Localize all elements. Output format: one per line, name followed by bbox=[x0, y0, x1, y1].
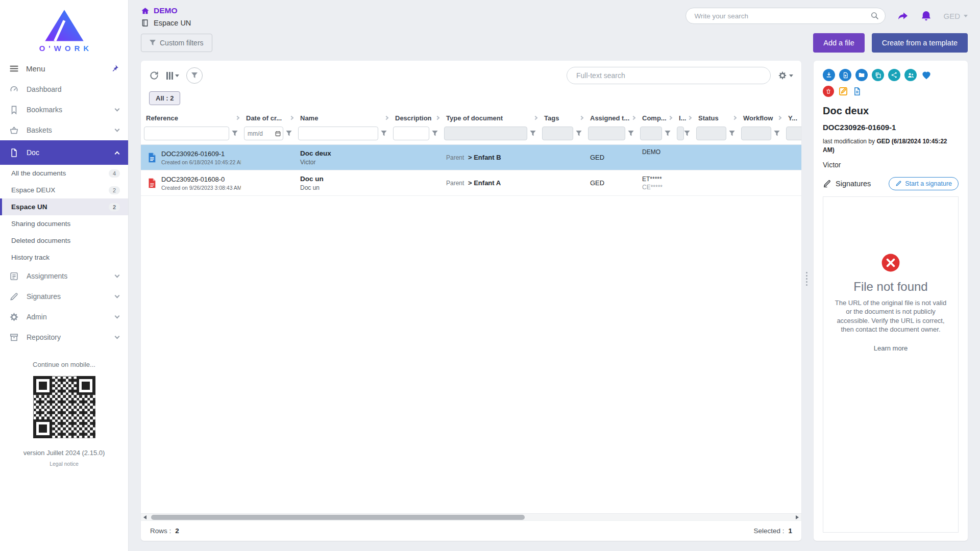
permissions-users-button[interactable] bbox=[904, 69, 917, 81]
table-row[interactable]: DOC230926-01609-1 Created on 6/18/2024 1… bbox=[141, 145, 801, 170]
modification-prefix: last modification by bbox=[823, 138, 875, 145]
fulltext-search bbox=[567, 67, 771, 84]
fulltext-search-input[interactable] bbox=[567, 67, 771, 84]
column-header-date[interactable]: Date of cr... bbox=[241, 110, 295, 125]
scroll-left-arrow[interactable] bbox=[141, 515, 149, 519]
search-icon[interactable] bbox=[870, 11, 879, 22]
tab-all-documents[interactable]: All : 2 bbox=[149, 91, 180, 105]
filter-funnel-icon[interactable] bbox=[684, 131, 690, 137]
mobile-hint-text: Continue on mobile... bbox=[0, 361, 128, 368]
filter-funnel-icon[interactable] bbox=[432, 131, 438, 137]
sidebar-item-bookmarks[interactable]: Bookmarks bbox=[0, 99, 128, 120]
filter-funnel-icon[interactable] bbox=[628, 131, 634, 137]
sidebar-item-signatures[interactable]: Signatures bbox=[0, 286, 128, 307]
column-header-description[interactable]: Description bbox=[390, 110, 441, 125]
file-details-button[interactable] bbox=[852, 87, 862, 96]
column-header-name[interactable]: Name bbox=[295, 110, 390, 125]
app-logo[interactable]: O'WORK bbox=[0, 0, 128, 58]
column-header-assigned[interactable]: Assigned t... bbox=[585, 110, 637, 125]
table-row[interactable]: DOC230926-01608-0 Created on 9/26/2023 3… bbox=[141, 170, 801, 196]
open-folder-button[interactable] bbox=[855, 69, 868, 81]
columns-selector-button[interactable] bbox=[166, 71, 179, 80]
edit-button[interactable] bbox=[838, 86, 848, 96]
new-version-button[interactable] bbox=[839, 69, 851, 81]
filter-funnel-icon[interactable] bbox=[729, 131, 735, 137]
column-header-i[interactable]: I... bbox=[674, 110, 693, 125]
filter-reference-input[interactable] bbox=[144, 127, 229, 140]
filter-funnel-icon[interactable] bbox=[576, 131, 582, 137]
filter-funnel-icon[interactable] bbox=[665, 131, 671, 137]
chevron-right-icon bbox=[235, 116, 239, 120]
copy-button[interactable] bbox=[872, 69, 884, 81]
selected-count: 1 bbox=[788, 527, 792, 535]
breadcrumb: DEMO Espace UN bbox=[141, 6, 191, 27]
create-from-template-button[interactable]: Create from a template bbox=[872, 33, 968, 53]
pdf-file-icon bbox=[146, 178, 157, 189]
calendar-icon[interactable] bbox=[275, 130, 281, 139]
column-header-tags[interactable]: Tags bbox=[539, 110, 585, 125]
logo-mountain-icon bbox=[42, 7, 87, 43]
column-header-status[interactable]: Status bbox=[693, 110, 738, 125]
filter-funnel-icon[interactable] bbox=[381, 131, 387, 137]
sidebar-item-doc[interactable]: Doc bbox=[0, 140, 128, 165]
document-name: Doc deux bbox=[300, 149, 386, 157]
filter-funnel-icon[interactable] bbox=[286, 131, 292, 137]
sidebar-item-baskets[interactable]: Baskets bbox=[0, 120, 128, 140]
column-header-workflow[interactable]: Workflow bbox=[738, 110, 783, 125]
doc-type-child: > Enfant B bbox=[468, 154, 501, 161]
rows-count: 2 bbox=[175, 527, 179, 535]
document-author: Victor bbox=[300, 159, 386, 166]
sidebar-item-repository[interactable]: Repository bbox=[0, 327, 128, 347]
column-header-y[interactable]: Y... bbox=[783, 110, 801, 125]
filter-description-input[interactable] bbox=[393, 127, 429, 140]
custom-filters-button[interactable]: Custom filters bbox=[141, 34, 212, 52]
add-file-button[interactable]: Add a file bbox=[813, 33, 864, 53]
bell-icon[interactable] bbox=[920, 10, 932, 22]
refresh-button[interactable] bbox=[149, 70, 159, 81]
space-crumb[interactable]: Espace UN bbox=[141, 19, 191, 27]
filter-funnel-icon[interactable] bbox=[774, 131, 780, 137]
pin-sidebar-icon[interactable] bbox=[111, 64, 119, 72]
sidebar-item-espace-un[interactable]: Espace UN 2 bbox=[0, 198, 128, 215]
sidebar-item-sharing-documents[interactable]: Sharing documents bbox=[0, 215, 128, 232]
sidebar-item-label: Baskets bbox=[27, 126, 108, 134]
app-version: version Juillet 2024 (2.15.0) bbox=[0, 449, 128, 457]
user-menu[interactable]: GED bbox=[943, 12, 968, 20]
filter-name-input[interactable] bbox=[298, 127, 378, 140]
chevron-down-icon bbox=[115, 334, 120, 339]
learn-more-link[interactable]: Learn more bbox=[874, 344, 908, 352]
horizontal-scrollbar[interactable] bbox=[141, 513, 801, 520]
share-forward-icon[interactable] bbox=[897, 10, 909, 22]
table-footer: Rows :2 Selected :1 bbox=[141, 520, 801, 541]
filter-funnel-icon[interactable] bbox=[232, 131, 238, 137]
start-signature-button[interactable]: Start a signature bbox=[889, 177, 959, 190]
sidebar-item-admin[interactable]: Admin bbox=[0, 307, 128, 327]
scrollbar-thumb[interactable] bbox=[151, 515, 525, 520]
scroll-right-arrow[interactable] bbox=[793, 515, 801, 519]
favorite-heart-button[interactable] bbox=[921, 69, 932, 81]
column-header-type[interactable]: Type of document bbox=[441, 110, 539, 125]
journal-icon bbox=[141, 19, 149, 27]
column-header-company[interactable]: Comp... bbox=[637, 110, 674, 125]
sidebar-item-deleted-documents[interactable]: Deleted documents bbox=[0, 232, 128, 249]
sidebar-item-all-documents[interactable]: All the documents 4 bbox=[0, 165, 128, 182]
global-search-input[interactable] bbox=[685, 8, 886, 24]
company-code: CE***** bbox=[642, 184, 670, 191]
sidebar-item-dashboard[interactable]: Dashboard bbox=[0, 79, 128, 99]
scrollbar-track[interactable] bbox=[149, 514, 793, 520]
column-header-reference[interactable]: Reference bbox=[141, 110, 241, 125]
panel-resize-handle[interactable] bbox=[806, 272, 807, 286]
table-settings-button[interactable] bbox=[778, 71, 793, 80]
sidebar-item-history-track[interactable]: History track bbox=[0, 249, 128, 266]
legal-notice-link[interactable]: Legal notice bbox=[0, 461, 128, 467]
filter-button[interactable] bbox=[186, 67, 203, 84]
filter-funnel-icon[interactable] bbox=[530, 131, 536, 137]
chevron-down-icon bbox=[789, 74, 793, 77]
download-button[interactable] bbox=[823, 69, 835, 81]
sidebar-item-espace-deux[interactable]: Espace DEUX 2 bbox=[0, 182, 128, 198]
delete-button[interactable] bbox=[823, 86, 834, 97]
workspace-crumb[interactable]: DEMO bbox=[141, 6, 191, 15]
sidebar-item-assignments[interactable]: Assignments bbox=[0, 266, 128, 286]
hamburger-icon[interactable] bbox=[9, 64, 19, 73]
share-button[interactable] bbox=[888, 69, 900, 81]
